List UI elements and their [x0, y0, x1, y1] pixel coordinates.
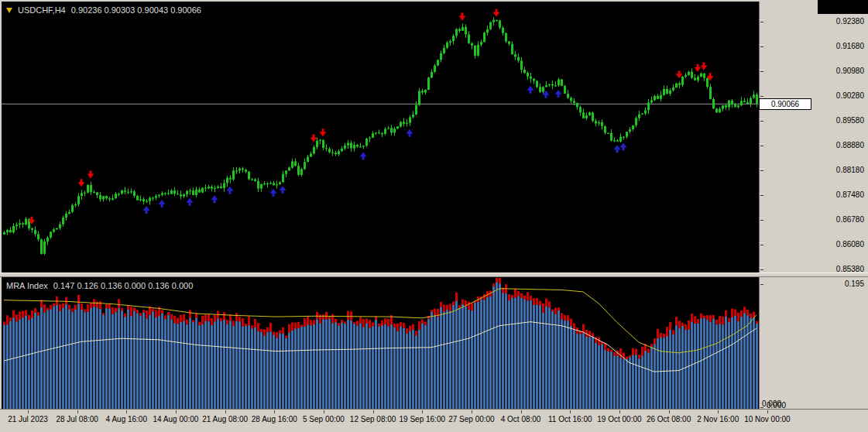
mt4-chart-window: USDCHF,H4 0.90236 0.90303 0.90043 0.9006…: [0, 0, 868, 432]
buy-arrow-icon: [620, 143, 627, 151]
indicator-values: 0.147 0.126 0.136 0.000 0.136 0.000: [53, 281, 193, 290]
price-axis-label: 0.88880: [836, 141, 864, 150]
price-axis-label: 0.90980: [836, 67, 864, 76]
buy-arrow-icon: [407, 129, 413, 137]
price-axis-label: 0.91680: [836, 42, 864, 51]
buy-arrow-icon: [143, 206, 150, 214]
buy-arrow-icon: [211, 195, 218, 203]
indicator-canvas[interactable]: MRA Index 0.147 0.126 0.136 0.000 0.136 …: [2, 277, 759, 409]
sell-arrow-icon: [695, 64, 702, 72]
sell-arrow-icon: [87, 171, 94, 179]
price-axis-tick: [760, 220, 763, 221]
top-right-block: [818, 0, 868, 14]
time-axis-tick: [176, 410, 177, 413]
sell-arrow-icon: [493, 9, 500, 16]
price-axis-label: 0.90280: [836, 91, 864, 101]
yellow-line: [4, 289, 756, 353]
price-axis-tick: [760, 46, 763, 47]
time-axis-tick: [472, 410, 472, 413]
price-axis-tick: [760, 121, 763, 122]
indicator-zero-label: 0.000: [767, 401, 786, 410]
time-axis-tick: [767, 410, 768, 413]
time-axis-tick: [274, 410, 275, 413]
buy-arrow-icon: [270, 189, 277, 197]
buy-arrow-icon: [543, 91, 550, 98]
price-axis-tick: [760, 269, 763, 270]
symbol-marker-icon: [6, 8, 12, 13]
sell-arrow-icon: [29, 217, 36, 225]
indicator-name: MRA Index: [6, 281, 48, 290]
price-axis-label: 0.86080: [836, 240, 864, 249]
time-axis-tick: [225, 410, 226, 413]
price-axis-label: 0.88180: [836, 166, 864, 175]
time-axis-tick: [619, 410, 620, 413]
cream-line: [4, 322, 756, 372]
sell-arrow-icon: [320, 129, 327, 136]
buy-arrow-icon: [159, 200, 166, 207]
time-axis[interactable]: 21 Jul 202328 Jul 08:004 Aug 16:0014 Aug…: [0, 409, 868, 432]
main-chart-svg: [2, 2, 759, 273]
buy-arrow-icon: [527, 86, 534, 94]
time-axis-tick: [422, 410, 423, 413]
sell-arrow-icon: [676, 70, 683, 78]
price-axis-label: 0.86780: [836, 215, 864, 225]
time-axis-tick: [126, 410, 127, 413]
chart-title: USDCHF,H4 0.90236 0.90303 0.90043 0.9006…: [6, 5, 201, 15]
price-axis-tick: [760, 195, 763, 196]
time-axis-label: 10 Nov 00:00: [730, 415, 805, 423]
sell-arrow-icon: [310, 134, 317, 142]
buy-arrow-icon: [227, 187, 234, 194]
indicator-scale-tick: [760, 284, 763, 285]
time-axis-tick: [669, 410, 670, 413]
chart-ohlc-values: 0.90236 0.90303 0.90043 0.90066: [71, 5, 201, 15]
histogram-layer: [3, 278, 758, 409]
time-axis-tick: [77, 410, 78, 413]
chart-symbol-period: USDCHF,H4: [18, 5, 66, 15]
price-axis-label: 0.89580: [836, 116, 864, 125]
sell-arrow-icon: [707, 73, 714, 81]
price-axis-tick: [760, 22, 763, 22]
time-axis-tick: [718, 410, 719, 413]
time-axis-tick: [521, 410, 522, 413]
indicator-scale-max: 0.195: [845, 279, 864, 289]
indicator-title: MRA Index 0.147 0.126 0.136 0.000 0.136 …: [6, 281, 193, 290]
candles-layer: [3, 18, 758, 255]
price-axis-tick: [760, 146, 763, 146]
buy-arrow-icon: [555, 90, 562, 98]
current-price-tag: 0.90066: [759, 98, 811, 110]
sell-arrow-icon: [459, 12, 466, 20]
price-axis-tick: [760, 96, 763, 97]
sell-arrow-icon: [78, 179, 85, 187]
price-axis-tick: [760, 245, 763, 245]
buy-arrow-icon: [187, 198, 194, 206]
price-axis-tick: [760, 170, 763, 171]
indicator-scale[interactable]: 0.195 0.0000.000: [759, 277, 868, 409]
sell-arrow-icon: [701, 62, 708, 70]
main-chart-canvas[interactable]: USDCHF,H4 0.90236 0.90303 0.90043 0.9006…: [2, 2, 759, 273]
time-axis-tick: [570, 410, 571, 413]
price-axis-label: 0.92380: [836, 17, 864, 26]
price-axis-tick: [760, 71, 763, 72]
price-axis-label: 0.87480: [836, 190, 864, 200]
indicator-svg: [2, 277, 759, 409]
buy-arrow-icon: [360, 153, 367, 160]
sell-signals-layer: [29, 9, 714, 224]
time-axis-tick: [373, 410, 374, 413]
time-axis-tick: [28, 410, 29, 413]
buy-signals-layer: [143, 86, 627, 214]
price-scale[interactable]: 0.923800.916800.909800.902800.895800.888…: [759, 2, 868, 273]
buy-arrow-icon: [614, 145, 621, 153]
time-axis-tick: [324, 410, 324, 413]
buy-arrow-icon: [280, 186, 286, 194]
